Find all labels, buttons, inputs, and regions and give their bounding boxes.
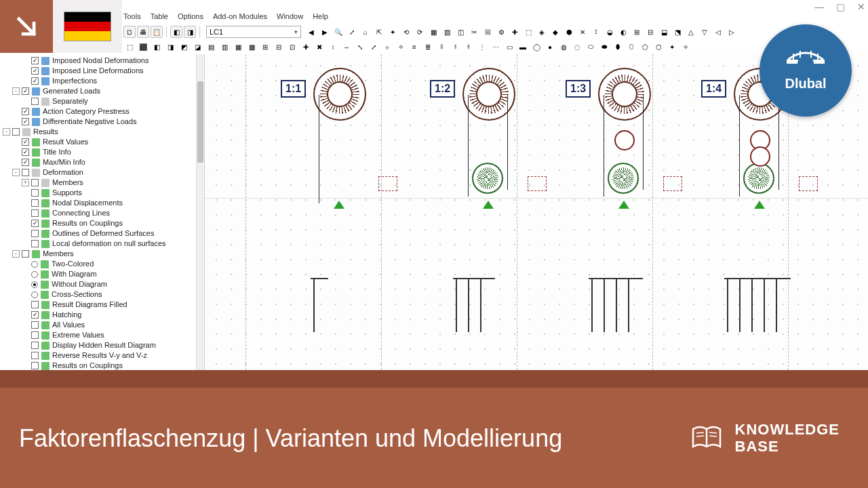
toolbar-button[interactable]: △: [685, 26, 697, 38]
minimize-icon[interactable]: —: [814, 1, 824, 12]
toolbar-button[interactable]: ⫳: [462, 41, 475, 53]
toolbar-button[interactable]: ⤡: [354, 41, 366, 53]
toolbar-button[interactable]: ◆: [549, 26, 561, 38]
window-controls[interactable]: — ▢ ✕: [814, 1, 865, 12]
checkbox-icon[interactable]: [31, 98, 39, 105]
menu-bar[interactable]: ToolsTableOptionsAdd-on ModulesWindowHel…: [123, 12, 328, 24]
menu-item[interactable]: Window: [277, 12, 303, 24]
secondary-toolbar[interactable]: ⬚⬛◧◨◩◪▤▥▦▩⊞⊟⊡✚✖↕↔⤡⤢⟐⟡≡≣⫴⫲⫳⋮⋯▭▬◯●◍◌⬭⬬⬮⬯⬠⬡…: [123, 39, 692, 54]
toolbar-button[interactable]: ▭: [503, 41, 515, 53]
toolbar-button[interactable]: ◨: [184, 26, 196, 38]
toolbar-button[interactable]: ⊟: [273, 41, 285, 53]
tree-item[interactable]: Imperfections: [3, 76, 201, 86]
toolbar-button[interactable]: ▦: [427, 26, 439, 38]
menu-item[interactable]: Options: [178, 12, 203, 24]
toolbar-button[interactable]: ⋯: [490, 41, 502, 53]
tree-item[interactable]: -Results: [3, 127, 201, 137]
toolbar-button[interactable]: ▧: [441, 26, 453, 38]
checkbox-icon[interactable]: [22, 138, 29, 146]
tree-item[interactable]: Results on Couplings: [3, 218, 201, 228]
tree-item[interactable]: Imposed Nodal Deformations: [3, 56, 201, 66]
tree-item[interactable]: Outlines of Deformed Surfaces: [3, 228, 201, 239]
checkbox-icon[interactable]: [31, 311, 39, 319]
toolbar-button[interactable]: ◧: [170, 26, 182, 38]
toolbar-button[interactable]: ⊞: [259, 41, 271, 53]
model-viewport[interactable]: 1:11:21:31:4: [205, 54, 868, 370]
toolbar-button[interactable]: ⟳: [414, 26, 426, 38]
checkbox-icon[interactable]: [31, 179, 39, 186]
toolbar-button[interactable]: ≣: [422, 41, 434, 53]
toolbar-button[interactable]: ✧: [679, 41, 692, 53]
expand-icon[interactable]: +: [22, 179, 29, 186]
toolbar-button[interactable]: ▬: [517, 41, 529, 53]
load-case-combo[interactable]: LC1: [206, 26, 301, 38]
checkbox-icon[interactable]: [31, 77, 39, 85]
toolbar-button[interactable]: ⋮: [476, 41, 488, 53]
toolbar-button[interactable]: ✦: [666, 41, 678, 53]
tree-item[interactable]: Display Hidden Result Diagram: [3, 340, 201, 350]
toolbar-button[interactable]: ↔: [340, 41, 353, 53]
toolbar-button[interactable]: ⤢: [346, 26, 358, 38]
toolbar-button[interactable]: ▷: [726, 26, 738, 38]
toolbar-button[interactable]: ☒: [481, 26, 494, 38]
checkbox-icon[interactable]: [31, 321, 39, 329]
toolbar-button[interactable]: ◒: [604, 26, 616, 38]
maximize-icon[interactable]: ▢: [836, 1, 845, 12]
toolbar-button[interactable]: ⬡: [652, 41, 665, 53]
checkbox-icon[interactable]: [31, 220, 39, 227]
toolbar-button[interactable]: ⤢: [368, 41, 380, 53]
toolbar-button[interactable]: ▦: [232, 41, 244, 53]
toolbar-button[interactable]: ⊡: [286, 41, 298, 53]
menu-item[interactable]: Tools: [123, 12, 141, 24]
toolbar-button[interactable]: ◁: [712, 26, 724, 38]
toolbar-button[interactable]: ◐: [617, 26, 629, 38]
toolbar-button[interactable]: ▽: [698, 26, 711, 38]
toolbar-button[interactable]: ↕: [327, 41, 339, 53]
checkbox-icon[interactable]: [31, 352, 39, 359]
checkbox-icon[interactable]: [22, 108, 29, 115]
tree-item[interactable]: Local deformation on null surfaces: [3, 239, 201, 249]
toolbar-button[interactable]: ▤: [205, 41, 217, 53]
toolbar-button[interactable]: ◪: [191, 41, 203, 53]
toolbar-button[interactable]: ◀: [305, 26, 317, 38]
menu-item[interactable]: Add-on Modules: [213, 12, 267, 24]
tree-item[interactable]: Connecting Lines: [3, 208, 201, 218]
checkbox-icon[interactable]: [22, 148, 29, 156]
toolbar-button[interactable]: ⫲: [449, 41, 461, 53]
tree-item[interactable]: Supports: [3, 188, 201, 198]
toolbar-button[interactable]: ⬬: [598, 41, 610, 53]
toolbar-button[interactable]: ≡: [408, 41, 420, 53]
menu-item[interactable]: Help: [313, 12, 328, 24]
display-navigator[interactable]: Imposed Nodal DeformationsImposed Line D…: [0, 54, 205, 370]
toolbar-button[interactable]: ◯: [530, 41, 542, 53]
toolbar-button[interactable]: ⬭: [585, 41, 597, 53]
tree-item[interactable]: -Generated Loads: [3, 86, 201, 96]
toolbar-button[interactable]: ⬛: [137, 41, 149, 53]
toolbar-button[interactable]: ✂: [468, 26, 480, 38]
toolbar-button[interactable]: 📋: [151, 26, 163, 38]
tree-item[interactable]: All Values: [3, 320, 201, 330]
radio-icon[interactable]: [31, 291, 38, 298]
toolbar-button[interactable]: ⬔: [671, 26, 684, 38]
tree-item[interactable]: Results on Couplings: [3, 361, 201, 370]
tree-item[interactable]: Action Category Prestress: [3, 106, 201, 117]
tree-item[interactable]: Reverse Results V-y and V-z: [3, 350, 201, 361]
toolbar-button[interactable]: ⇱: [373, 26, 385, 38]
tree-item[interactable]: Nodal Displacements: [3, 198, 201, 208]
checkbox-icon[interactable]: [31, 67, 39, 75]
checkbox-icon[interactable]: [31, 331, 39, 339]
tree-item[interactable]: Max/Min Info: [3, 157, 201, 167]
toolbar-button[interactable]: ⫴: [435, 41, 448, 53]
toolbar-button[interactable]: ✖: [313, 41, 326, 53]
toolbar-button[interactable]: ✦: [387, 26, 399, 38]
toolbar-button[interactable]: 🗋: [123, 26, 136, 38]
toolbar-button[interactable]: ▶: [319, 26, 331, 38]
tree-item[interactable]: -Members: [3, 249, 201, 259]
tree-item[interactable]: Without Diagram: [3, 279, 201, 289]
toolbar-button[interactable]: ⟲: [400, 26, 412, 38]
toolbar-button[interactable]: ◫: [454, 26, 467, 38]
toolbar-button[interactable]: ⬠: [639, 41, 651, 53]
toolbar-button[interactable]: ◍: [557, 41, 570, 53]
radio-icon[interactable]: [31, 281, 38, 288]
collapse-icon[interactable]: -: [3, 128, 10, 136]
